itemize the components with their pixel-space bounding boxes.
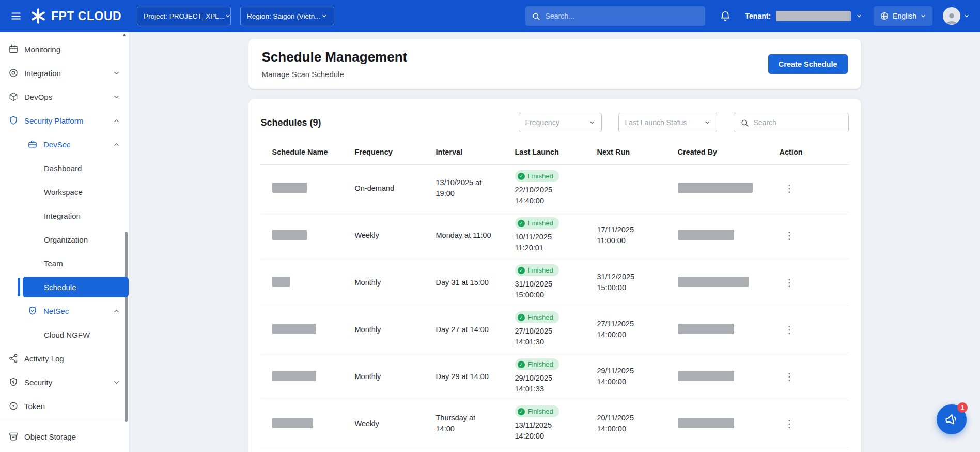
table-search[interactable]: [734, 113, 849, 132]
language-selector[interactable]: English: [874, 6, 932, 26]
chevron-down-icon: [589, 119, 595, 126]
sidebar-scroll-up-icon[interactable]: ▲: [122, 32, 127, 37]
sidebar-item-object-storage[interactable]: Object Storage: [0, 425, 129, 448]
interval-cell: Day 29 at 14:00: [436, 371, 515, 382]
sidebar-item-devsec[interactable]: DevSec: [0, 132, 129, 156]
chevron-down-icon: [321, 13, 328, 19]
fab-notification-count-badge: 1: [957, 402, 968, 413]
sidebar-item-security[interactable]: Security: [0, 370, 129, 394]
search-icon: [532, 12, 540, 21]
sidebar-item-integration[interactable]: Integration: [0, 204, 129, 228]
next-run-datetime: 31/12/2025 15:00:00: [597, 272, 649, 293]
frequency-cell: Weekly: [355, 231, 436, 239]
sidebar-item-team[interactable]: Team: [0, 251, 129, 275]
notifications-bell-icon[interactable]: [720, 10, 731, 22]
status-filter-placeholder: Last Launch Status: [625, 118, 687, 127]
table-body: On-demand13/10/2025 at 19:00✓Finished22/…: [261, 165, 849, 452]
action-cell: ⋮: [780, 182, 849, 195]
sidebar-item-dashboard[interactable]: Dashboard: [0, 156, 129, 180]
sidebar-item-label: Security Platform: [24, 116, 83, 125]
created-by-cell: [678, 183, 780, 194]
security-platform-icon: [8, 115, 19, 126]
next-run-cell: 31/12/2025 15:00:00: [597, 272, 678, 293]
last-launch-status-filter-select[interactable]: Last Launch Status: [618, 113, 717, 132]
sidebar-item-schedule[interactable]: Schedule: [0, 275, 129, 299]
row-actions-kebab-icon[interactable]: ⋮: [780, 276, 800, 290]
chevron-up-icon: [113, 307, 120, 315]
project-selector[interactable]: Project: PROJECT_XPL...: [137, 7, 231, 25]
sidebar-item-integration[interactable]: Integration: [0, 61, 129, 85]
schedule-name-cell: [261, 418, 355, 430]
menu-hamburger-icon[interactable]: [10, 10, 22, 22]
chevron-down-icon: [113, 379, 120, 386]
status-badge-finished: ✓Finished: [515, 170, 559, 182]
devsec-icon: [27, 139, 38, 149]
region-selector-label: Region: Saigon (Vietn...: [247, 12, 320, 20]
tenant-selector[interactable]: Tenant:: [745, 11, 863, 21]
row-actions-kebab-icon[interactable]: ⋮: [780, 229, 800, 243]
sidebar-item-security-platform[interactable]: Security Platform: [0, 109, 129, 132]
last-launch-cell: ✓Finished14/11/2025 12:20:00: [515, 447, 597, 452]
security-icon: [8, 377, 19, 387]
frequency-filter-select[interactable]: Frequency: [519, 113, 602, 132]
column-header-frequency: Frequency: [355, 148, 436, 156]
sidebar-item-activity-log[interactable]: Activity Log: [0, 346, 129, 370]
user-menu[interactable]: [943, 7, 970, 25]
row-actions-kebab-icon[interactable]: ⋮: [780, 417, 800, 431]
megaphone-icon: [944, 412, 959, 427]
row-actions-kebab-icon[interactable]: ⋮: [780, 323, 800, 337]
sidebar-item-netsec[interactable]: NetSec: [0, 299, 129, 323]
schedule-table-row: MonthlyDay 27 at 14:00✓Finished27/10/202…: [261, 306, 849, 353]
schedules-card: Schedules (9) Frequency Last Launch Stat…: [248, 99, 861, 452]
created-by-redacted: [678, 230, 734, 240]
sidebar-item-devops[interactable]: DevOps: [0, 85, 129, 109]
page-header-card: Schedule Management Manage Scan Schedule…: [248, 39, 861, 89]
next-run-datetime: 29/11/2025 14:00:00: [597, 366, 649, 387]
create-schedule-button[interactable]: Create Schedule: [768, 54, 848, 74]
sidebar-item-monitoring[interactable]: Monitoring: [0, 37, 129, 61]
schedule-table-row: WeeklyFriday at 12:00✓Finished14/11/2025…: [261, 447, 849, 452]
frequency-cell: Monthly: [355, 278, 436, 287]
chevron-down-icon: [704, 119, 710, 126]
main-content: Schedule Management Manage Scan Schedule…: [129, 32, 980, 452]
table-toolbar: Schedules (9) Frequency Last Launch Stat…: [261, 113, 849, 132]
logo-text: FPT CLOUD: [51, 9, 121, 23]
column-header-interval: Interval: [436, 148, 515, 156]
announcements-fab[interactable]: 1: [937, 404, 967, 434]
row-actions-kebab-icon[interactable]: ⋮: [780, 370, 800, 384]
next-run-cell: 27/11/2025 14:00:00: [597, 319, 678, 340]
table-header-row: Schedule NameFrequencyIntervalLast Launc…: [261, 148, 849, 165]
sidebar-item-token[interactable]: Token: [0, 394, 129, 418]
frequency-cell: Weekly: [355, 419, 436, 428]
global-search[interactable]: [525, 6, 705, 26]
created-by-redacted: [678, 277, 749, 287]
sidebar-item-label: DevOps: [24, 93, 52, 101]
table-search-input[interactable]: [754, 118, 842, 127]
sidebar-divider: [0, 421, 129, 421]
sidebar-item-label: Cloud NGFW: [44, 330, 90, 339]
created-by-redacted: [678, 371, 734, 381]
created-by-cell: [678, 324, 780, 336]
global-search-input[interactable]: [546, 12, 699, 20]
last-launch-datetime: 13/11/2025 14:20:00: [515, 420, 567, 442]
created-by-redacted: [678, 183, 753, 193]
logo-star-icon: [30, 8, 46, 24]
created-by-cell: [678, 230, 780, 242]
next-run-cell: 29/11/2025 14:00:00: [597, 366, 678, 387]
region-selector[interactable]: Region: Saigon (Vietn...: [240, 7, 334, 25]
schedule-name-redacted: [272, 418, 313, 428]
integration-icon: [8, 68, 19, 78]
schedule-name-cell: [261, 277, 355, 289]
sidebar-item-label: Dashboard: [44, 164, 82, 173]
schedule-name-redacted: [272, 371, 316, 381]
schedule-name-redacted: [272, 277, 290, 287]
sidebar-item-label: Object Storage: [24, 432, 76, 441]
row-actions-kebab-icon[interactable]: ⋮: [780, 182, 800, 195]
sidebar-item-organization[interactable]: Organization: [0, 228, 129, 251]
action-cell: ⋮: [780, 370, 849, 384]
sidebar-item-workspace[interactable]: Workspace: [0, 180, 129, 204]
globe-icon: [880, 11, 889, 21]
last-launch-datetime: 31/10/2025 15:00:00: [515, 279, 567, 300]
sidebar-item-cloud-ngfw[interactable]: Cloud NGFW: [0, 323, 129, 346]
schedule-table-row: MonthlyDay 31 at 15:00✓Finished31/10/202…: [261, 259, 849, 306]
